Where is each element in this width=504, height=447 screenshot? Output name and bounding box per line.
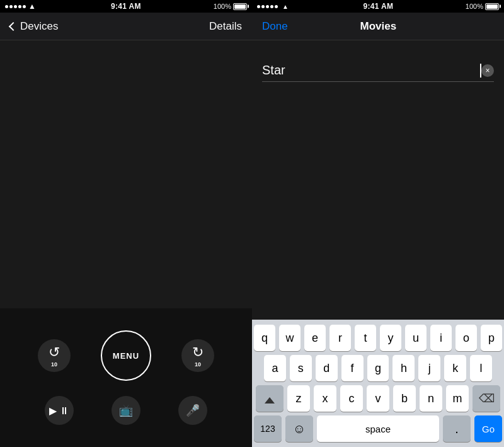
key-l[interactable]: l (470, 355, 492, 381)
key-v[interactable]: v (367, 385, 389, 412)
dot3 (14, 5, 17, 8)
key-y[interactable]: y (380, 325, 401, 351)
play-pause-button[interactable]: ▶ ⏸ (45, 396, 74, 425)
bottom-controls-row: ▶ ⏸ 📺 🎤 (45, 396, 207, 425)
key-j[interactable]: j (418, 355, 440, 381)
forward-button[interactable]: ↻ 10 (181, 339, 214, 372)
left-nav-bar: Devices Details (0, 13, 252, 40)
right-signal: ▲ (257, 3, 291, 10)
delete-icon: ⌫ (479, 392, 495, 405)
menu-label: MENU (113, 351, 139, 361)
left-panel: ▲ 9:41 AM 100% Devices Details ↺ 10 (0, 0, 252, 447)
right-wifi-icon: ▲ (282, 3, 289, 10)
left-battery-fill (234, 4, 246, 9)
left-battery-text: 100% (214, 3, 231, 10)
left-battery-icon (233, 3, 247, 10)
delete-key[interactable]: ⌫ (472, 385, 500, 412)
r-dot1 (257, 5, 260, 8)
key-e[interactable]: e (304, 325, 326, 351)
left-time: 9:41 AM (111, 2, 141, 11)
keyboard: q w e r t y u i o p a s d f g h j k l (252, 320, 504, 447)
rewind-label: 10 (51, 361, 57, 368)
right-panel: ▲ 9:41 AM 100% Done Movies Star × q w (252, 0, 504, 447)
dot4 (18, 5, 21, 8)
key-n[interactable]: n (420, 385, 442, 412)
key-u[interactable]: u (405, 325, 427, 351)
play-pause-icon: ▶ ⏸ (49, 405, 69, 417)
period-key[interactable]: . (443, 415, 471, 442)
key-x[interactable]: x (314, 385, 336, 412)
r-dot2 (261, 5, 265, 8)
key-f[interactable]: f (341, 355, 364, 381)
dot2 (9, 5, 13, 8)
emoji-key[interactable]: ☺ (285, 415, 313, 442)
right-battery-text: 100% (466, 3, 483, 10)
space-key[interactable]: space (317, 415, 439, 442)
right-battery-fill (486, 4, 498, 9)
forward-label: 10 (195, 361, 201, 368)
numbers-key[interactable]: 123 (254, 415, 282, 442)
key-k[interactable]: k (444, 355, 466, 381)
key-m[interactable]: m (446, 385, 469, 412)
right-battery-icon (485, 3, 499, 10)
key-w[interactable]: w (279, 325, 301, 351)
key-r[interactable]: r (329, 325, 351, 351)
mic-button[interactable]: 🎤 (178, 396, 207, 425)
done-button[interactable]: Done (262, 20, 288, 33)
key-s[interactable]: s (290, 355, 312, 381)
clear-button[interactable]: × (481, 64, 494, 77)
wifi-icon: ▲ (28, 2, 36, 11)
menu-button[interactable]: MENU (101, 330, 151, 381)
back-button[interactable]: Devices (10, 20, 58, 33)
key-b[interactable]: b (393, 385, 416, 412)
back-label: Devices (20, 20, 58, 33)
kb-row-3: z x c v b n m ⌫ (254, 385, 502, 412)
controls-area: ↺ 10 MENU ↻ 10 ▶ ⏸ 📺 (0, 308, 252, 447)
key-o[interactable]: o (455, 325, 477, 351)
key-c[interactable]: c (340, 385, 363, 412)
key-p[interactable]: p (481, 325, 502, 351)
key-t[interactable]: t (355, 325, 376, 351)
search-area: Star × (252, 40, 504, 320)
key-i[interactable]: i (430, 325, 452, 351)
right-nav-bar: Done Movies (252, 13, 504, 40)
left-battery-area: 100% (214, 3, 247, 10)
details-button[interactable]: Details (209, 20, 242, 33)
main-controls-row: ↺ 10 MENU ↻ 10 (0, 330, 252, 381)
left-signal: ▲ (5, 0, 38, 13)
search-field[interactable]: Star × (262, 59, 494, 82)
key-q[interactable]: q (254, 325, 275, 351)
search-text: Star (262, 63, 479, 78)
tv-icon: 📺 (119, 403, 133, 417)
clear-icon: × (485, 66, 490, 75)
left-content-area (0, 40, 252, 308)
r-dot5 (275, 5, 278, 8)
right-status-bar: ▲ 9:41 AM 100% (252, 0, 504, 13)
dot5 (23, 5, 26, 8)
go-key[interactable]: Go (474, 415, 502, 442)
rewind-button[interactable]: ↺ 10 (38, 339, 71, 372)
left-status-bar: ▲ 9:41 AM 100% (0, 0, 252, 13)
chevron-left-icon (9, 22, 18, 31)
tv-button[interactable]: 📺 (112, 396, 140, 425)
r-dot3 (266, 5, 269, 8)
r-dot4 (270, 5, 273, 8)
movies-title: Movies (360, 20, 397, 33)
key-h[interactable]: h (392, 355, 415, 381)
mic-icon: 🎤 (186, 403, 200, 417)
right-battery-area: 100% (466, 3, 499, 10)
key-g[interactable]: g (367, 355, 389, 381)
shift-icon (265, 393, 275, 403)
signal-dots (5, 5, 26, 8)
kb-bottom-row: 123 ☺ space . Go (254, 415, 502, 442)
dot1 (5, 5, 8, 8)
right-signal-dots (257, 5, 278, 8)
kb-row-2: a s d f g h j k l (254, 355, 502, 381)
key-d[interactable]: d (316, 355, 338, 381)
shift-key[interactable] (256, 385, 284, 412)
key-z[interactable]: z (287, 385, 310, 412)
right-time: 9:41 AM (364, 2, 394, 11)
key-a[interactable]: a (264, 355, 286, 381)
kb-row-1: q w e r t y u i o p (254, 325, 502, 351)
